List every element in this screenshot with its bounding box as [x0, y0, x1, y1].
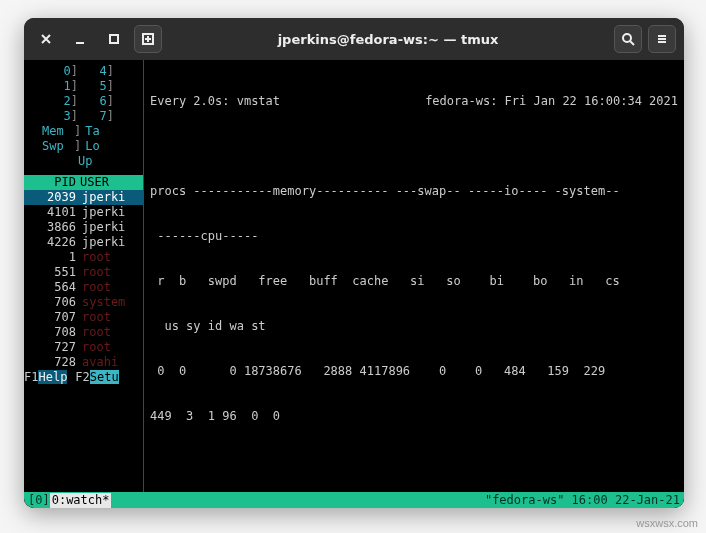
hamburger-icon	[655, 32, 669, 46]
process-row[interactable]: 707root	[24, 310, 143, 325]
vmstat-line: 0 0 0 18738676 2888 4117896 0 0 484 159 …	[150, 364, 678, 379]
vmstat-line: procs -----------memory---------- ---swa…	[150, 184, 678, 199]
process-row[interactable]: 727root	[24, 340, 143, 355]
titlebar: jperkins@fedora-ws:~ — tmux	[24, 18, 684, 60]
svg-rect-0	[110, 35, 118, 43]
terminal-window: jperkins@fedora-ws:~ — tmux 0] 4] 1] 5]	[24, 18, 684, 508]
f1-help[interactable]: F1Help	[24, 370, 67, 385]
watch-interval: Every 2.0s: vmstat	[150, 94, 280, 109]
uptime-row: Up	[24, 154, 143, 169]
process-row[interactable]: 708root	[24, 325, 143, 340]
cpu-row-1: 1] 5]	[24, 79, 143, 94]
process-row[interactable]: 4226jperki	[24, 235, 143, 250]
swp-row: Swp] Lo	[24, 139, 143, 154]
cpu-row-3: 3] 7]	[24, 109, 143, 124]
tmux-window-current[interactable]: 0:watch*	[50, 493, 112, 508]
process-row[interactable]: 728avahi	[24, 355, 143, 370]
process-row[interactable]: 1root	[24, 250, 143, 265]
menu-button[interactable]	[648, 25, 676, 53]
process-row[interactable]: 564root	[24, 280, 143, 295]
tmux-pane-right-vmstat[interactable]: Every 2.0s: vmstat fedora-ws: Fri Jan 22…	[144, 60, 684, 492]
new-tab-button[interactable]	[134, 25, 162, 53]
search-icon	[621, 32, 635, 46]
terminal-body[interactable]: 0] 4] 1] 5] 2] 6] 3] 7] Mem] Ta	[24, 60, 684, 508]
process-row[interactable]: 3866jperki	[24, 220, 143, 235]
vmstat-line: us sy id wa st	[150, 319, 678, 334]
cpu-row-2: 2] 6]	[24, 94, 143, 109]
vmstat-line: ------cpu-----	[150, 229, 678, 244]
f2-setup[interactable]: F2Setu	[75, 370, 118, 385]
process-list[interactable]: 2039jperki4101jperki3866jperki4226jperki…	[24, 190, 143, 370]
close-button[interactable]	[32, 25, 60, 53]
process-row[interactable]: 4101jperki	[24, 205, 143, 220]
htop-fkeys: F1Help F2Setu	[24, 370, 143, 385]
watch-host-time: fedora-ws: Fri Jan 22 16:00:34 2021	[425, 94, 678, 109]
svg-point-2	[623, 34, 631, 42]
window-title: jperkins@fedora-ws:~ — tmux	[162, 32, 614, 47]
maximize-button[interactable]	[100, 25, 128, 53]
plus-box-icon	[141, 32, 155, 46]
close-icon	[39, 32, 53, 46]
vmstat-line: 449 3 1 96 0 0	[150, 409, 678, 424]
vmstat-line: r b swpd free buff cache si so bi bo in …	[150, 274, 678, 289]
mem-row: Mem] Ta	[24, 124, 143, 139]
search-button[interactable]	[614, 25, 642, 53]
watch-header: Every 2.0s: vmstat fedora-ws: Fri Jan 22…	[150, 94, 678, 109]
process-row[interactable]: 2039jperki	[24, 190, 143, 205]
minimize-button[interactable]	[66, 25, 94, 53]
col-user: USER	[80, 175, 109, 190]
maximize-icon	[107, 32, 121, 46]
tmux-session: [0]	[28, 493, 50, 508]
minimize-icon	[73, 32, 87, 46]
cpu-row-0: 0] 4]	[24, 64, 143, 79]
process-table-header: PID USER	[24, 175, 143, 190]
col-pid: PID	[26, 175, 80, 190]
process-row[interactable]: 706system	[24, 295, 143, 310]
tmux-status-right: "fedora-ws" 16:00 22-Jan-21	[485, 493, 680, 508]
tmux-panes: 0] 4] 1] 5] 2] 6] 3] 7] Mem] Ta	[24, 60, 684, 492]
tmux-status-bar: [0] 0:watch* "fedora-ws" 16:00 22-Jan-21	[24, 492, 684, 508]
tmux-pane-left-htop[interactable]: 0] 4] 1] 5] 2] 6] 3] 7] Mem] Ta	[24, 60, 144, 492]
watermark: wsxwsx.com	[636, 517, 698, 529]
process-row[interactable]: 551root	[24, 265, 143, 280]
